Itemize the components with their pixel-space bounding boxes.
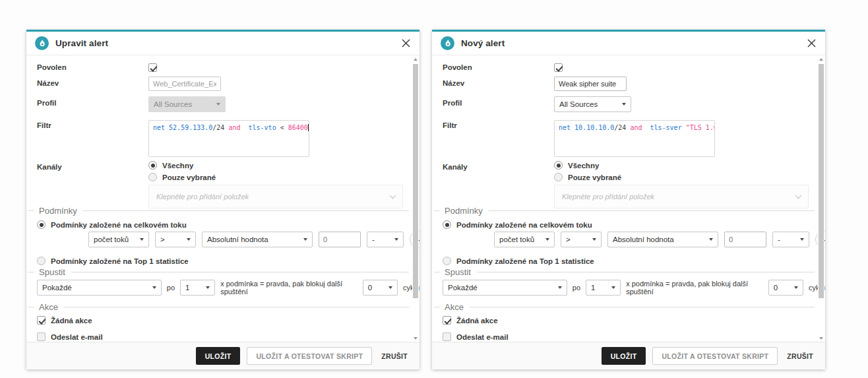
trigger-row: Pokaždé po 1 x podmínka = pravda, pak bl… bbox=[37, 280, 419, 296]
conditions-section-title: Podmínky bbox=[445, 206, 483, 216]
filter-label: Filtr bbox=[37, 121, 51, 129]
save-and-test-button[interactable]: ULOŽIT A OTESTOVAT SKRIPT bbox=[247, 347, 372, 365]
scrollbar-thumb[interactable] bbox=[819, 64, 824, 298]
condition-type-select[interactable]: Absolutní hodnota bbox=[607, 232, 718, 247]
channels-selected-option[interactable]: Pouze vybrané bbox=[554, 173, 621, 181]
condition-comparator-select[interactable]: > bbox=[155, 232, 196, 247]
caret-down-icon bbox=[794, 286, 798, 289]
caret-down-icon bbox=[187, 238, 191, 241]
caret-down-icon bbox=[394, 238, 398, 241]
condition-value-input[interactable] bbox=[724, 232, 766, 247]
condition-type-select[interactable]: Absolutní hodnota bbox=[202, 232, 313, 247]
condition-unit-value: - bbox=[778, 236, 780, 243]
conditions-flow-label: Podmínky založené na celkovém toku bbox=[456, 221, 592, 229]
condition-metric-select[interactable]: počet toků bbox=[88, 232, 149, 247]
enabled-checkbox[interactable] bbox=[148, 63, 157, 72]
action-email-option[interactable]: Odeslat e-mail bbox=[37, 332, 103, 341]
channels-selected-label: Pouze vybrané bbox=[162, 173, 216, 181]
trigger-row: Pokaždé po 1 x podmínka = pravda, pak bl… bbox=[443, 280, 825, 296]
condition-metric-value: počet toků bbox=[94, 236, 129, 243]
trigger-count-select[interactable]: 1 bbox=[586, 280, 621, 296]
action-email-label: Odeslat e-mail bbox=[456, 333, 509, 341]
action-none-option[interactable]: Žádná akce bbox=[37, 316, 92, 325]
trigger-middle-label: x podmínka = pravda, pak blokuj další sp… bbox=[626, 280, 763, 296]
name-label: Název bbox=[37, 79, 59, 87]
trigger-mode-select[interactable]: Pokaždé bbox=[443, 280, 567, 296]
scrollbar[interactable] bbox=[818, 56, 824, 342]
channels-multiselect[interactable]: Klepněte pro přidání položek bbox=[554, 185, 809, 208]
trigger-section-header: Spustit bbox=[28, 267, 409, 277]
filter-label: Filtr bbox=[443, 121, 457, 129]
trigger-block-select[interactable]: 0 bbox=[363, 280, 398, 296]
trigger-block-value: 0 bbox=[368, 284, 372, 292]
caret-down-icon bbox=[206, 286, 210, 289]
profile-select[interactable]: All Sources bbox=[148, 96, 226, 112]
close-icon[interactable] bbox=[807, 38, 817, 48]
trigger-count-value: 1 bbox=[185, 284, 189, 292]
filter-code-editor[interactable]: net 52.59.133.0/24 and tls-vto < 86400 bbox=[148, 120, 309, 157]
channels-selected-label: Pouze vybrané bbox=[568, 173, 621, 181]
action-email-label: Odeslat e-mail bbox=[51, 333, 103, 341]
radio-icon bbox=[554, 173, 563, 181]
enabled-checkbox[interactable] bbox=[554, 63, 563, 72]
dialog-header: Nový alert bbox=[432, 32, 825, 55]
profile-select[interactable]: All Sources bbox=[554, 96, 631, 112]
condition-unit-select[interactable]: - bbox=[367, 232, 404, 247]
filter-code-editor[interactable]: net 10.10.10.0/24 and tls-sver "TLS 1.0" bbox=[554, 120, 715, 157]
filter-token: /24 bbox=[212, 124, 228, 131]
scrollbar-thumb[interactable] bbox=[413, 64, 418, 298]
condition-comparator-select[interactable]: > bbox=[561, 232, 602, 247]
caret-down-icon bbox=[545, 238, 549, 241]
chevron-down-icon bbox=[390, 192, 396, 199]
channels-all-option[interactable]: Všechny bbox=[554, 161, 599, 170]
filter-token: tls-vto bbox=[240, 124, 280, 131]
scroll-down-icon[interactable] bbox=[818, 335, 824, 342]
cancel-button[interactable]: ZRUŠIT bbox=[784, 347, 816, 365]
caret-down-icon bbox=[558, 286, 562, 289]
conditions-flow-label: Podmínky založené na celkovém toku bbox=[51, 221, 187, 229]
name-input[interactable] bbox=[148, 77, 221, 91]
cancel-button[interactable]: ZRUŠIT bbox=[379, 347, 410, 365]
conditions-section-title: Podmínky bbox=[39, 206, 77, 216]
scroll-down-icon[interactable] bbox=[412, 335, 419, 342]
scroll-up-icon[interactable] bbox=[412, 56, 419, 63]
condition-type-value: Absolutní hodnota bbox=[207, 236, 268, 243]
radio-icon bbox=[443, 220, 451, 229]
trigger-block-select[interactable]: 0 bbox=[768, 280, 803, 296]
conditions-flow-option[interactable]: Podmínky založené na celkovém toku bbox=[443, 220, 592, 229]
trigger-mode-select[interactable]: Pokaždé bbox=[37, 280, 162, 296]
conditions-top-option[interactable]: Podmínky založené na Top 1 statistice bbox=[37, 257, 189, 265]
condition-metric-select[interactable]: počet toků bbox=[494, 232, 555, 247]
conditions-top-option[interactable]: Podmínky založené na Top 1 statistice bbox=[443, 257, 594, 265]
action-email-option[interactable]: Odeslat e-mail bbox=[443, 332, 509, 341]
scrollbar[interactable] bbox=[412, 56, 419, 342]
trigger-count-value: 1 bbox=[591, 284, 595, 292]
channels-selected-option[interactable]: Pouze vybrané bbox=[148, 173, 216, 181]
caret-down-icon bbox=[140, 238, 144, 241]
close-icon[interactable] bbox=[401, 38, 411, 48]
profile-select-value: All Sources bbox=[154, 100, 192, 108]
channels-all-option[interactable]: Všechny bbox=[148, 161, 193, 170]
save-button[interactable]: ULOŽIT bbox=[196, 347, 241, 365]
profile-label: Profil bbox=[37, 99, 56, 107]
enabled-label: Povolen bbox=[37, 63, 67, 71]
save-button[interactable]: ULOŽIT bbox=[602, 347, 646, 365]
name-input[interactable] bbox=[554, 77, 627, 91]
action-none-option[interactable]: Žádná akce bbox=[443, 316, 498, 325]
channels-all-label: Všechny bbox=[162, 162, 193, 170]
filter-token: tls-sver bbox=[642, 124, 685, 131]
trigger-count-select[interactable]: 1 bbox=[180, 280, 215, 296]
condition-value-input[interactable] bbox=[319, 232, 361, 247]
save-and-test-button[interactable]: ULOŽIT A OTESTOVAT SKRIPT bbox=[652, 347, 778, 365]
caret-down-icon bbox=[388, 286, 392, 289]
scroll-up-icon[interactable] bbox=[818, 56, 824, 63]
caret-down-icon bbox=[592, 238, 596, 241]
conditions-flow-option[interactable]: Podmínky založené na celkovém toku bbox=[37, 220, 187, 229]
text-cursor bbox=[308, 124, 309, 131]
channels-multiselect[interactable]: Klepněte pro přidání položek bbox=[148, 185, 403, 208]
condition-unit-select[interactable]: - bbox=[772, 232, 809, 247]
filter-token: 86400 bbox=[288, 124, 308, 131]
caret-down-icon bbox=[800, 238, 804, 241]
profile-select-value: All Sources bbox=[559, 100, 598, 108]
caret-down-icon bbox=[709, 238, 713, 241]
